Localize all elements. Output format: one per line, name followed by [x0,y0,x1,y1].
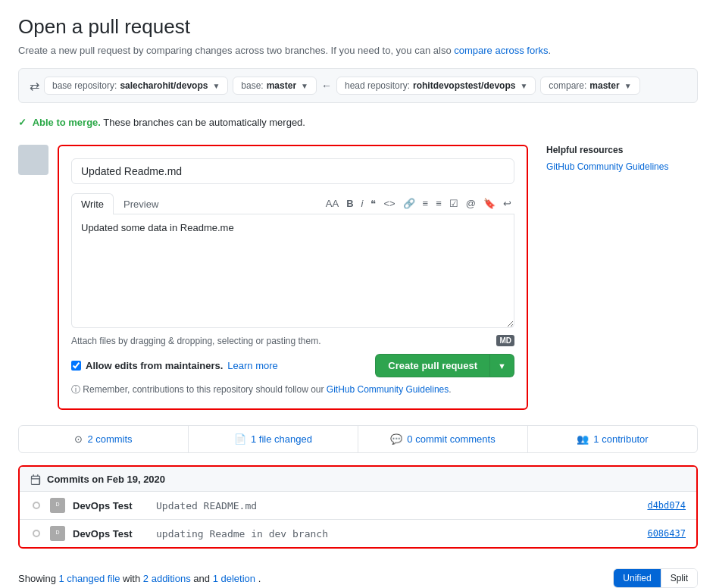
contributors-link[interactable]: 1 contributor [593,433,648,445]
toolbar-heading-icon[interactable]: AA [326,198,339,209]
compare-icon: ⇄ [30,79,39,93]
avatar: D [50,526,65,541]
view-toggle: Unified Split [613,568,698,588]
commits-section: Commits on Feb 19, 2020 D DevOps Test Up… [18,465,698,549]
arrow-left-icon: ← [321,80,332,92]
pr-body-tabs: Write Preview AA B i ❝ <> 🔗 ≡ ≡ ☑ @ 🔖 [71,193,514,214]
create-pr-dropdown-button[interactable]: ▼ [489,354,514,377]
learn-more-link[interactable]: Learn more [227,360,277,371]
svg-text:D: D [55,530,59,535]
files-link[interactable]: 1 file changed [251,433,312,445]
commit-author: DevOps Test [73,500,149,511]
tab-preview[interactable]: Preview [114,193,168,214]
toolbar-task-icon[interactable]: ☑ [449,198,458,209]
stat-files[interactable]: 📄 1 file changed [189,426,358,452]
avatar: D [50,498,65,513]
toolbar-ol-icon[interactable]: ≡ [436,198,442,209]
commit-timeline [30,530,42,537]
file-changes-text: Showing 1 changed file with 2 additions … [18,573,261,584]
create-pr-button[interactable]: Create pull request [375,354,489,377]
compare-branch-button[interactable]: compare: master ▼ [540,77,639,95]
maintainers-label[interactable]: Allow edits from maintainers. Learn more [71,360,278,371]
comments-link[interactable]: 0 commit comments [407,433,495,445]
commits-icon: ⊙ [74,433,83,445]
commit-dot [33,502,40,509]
attach-hint: Attach files by dragging & dropping, sel… [71,330,514,346]
table-row: D DevOps Test Updated README.md d4bd074 [20,492,696,520]
base-branch-caret: ▼ [301,82,308,90]
tab-write[interactable]: Write [71,193,114,214]
contributors-icon: 👥 [577,433,589,445]
pr-body-textarea[interactable]: Updated some data in Readme.me [71,214,514,328]
base-repo-caret: ▼ [212,82,220,90]
merge-checkmark: ✓ [18,117,27,128]
base-repo-button[interactable]: base repository: salecharohit/devops ▼ [44,77,228,95]
pr-form: Write Preview AA B i ❝ <> 🔗 ≡ ≡ ☑ @ 🔖 [58,145,528,410]
commits-date: Commits on Feb 19, 2020 [47,474,165,485]
toolbar-quote-icon[interactable]: ❝ [371,198,376,209]
head-repo-button[interactable]: head repository: rohitdevopstest/devops … [336,77,536,95]
view-unified-button[interactable]: Unified [614,569,661,587]
create-pr-button-group: Create pull request ▼ [375,354,514,377]
page-title: Open a pull request [18,15,698,39]
commit-hash-link[interactable]: d4bd074 [647,500,686,511]
community-guidelines-link[interactable]: GitHub Community Guidelines [327,384,449,395]
toolbar-bold-icon[interactable]: B [346,198,353,209]
deletions-link[interactable]: 1 deletion [213,573,255,584]
commit-message: updating Readme in dev branch [156,528,639,540]
commit-message: Updated README.md [156,500,639,511]
toolbar-ref-icon[interactable]: 🔖 [483,198,496,209]
stat-commits[interactable]: ⊙ 2 commits [19,426,189,452]
merge-rest-text: These branches can be automatically merg… [103,117,305,128]
stat-contributors[interactable]: 👥 1 contributor [528,426,697,452]
commits-header: Commits on Feb 19, 2020 [20,467,696,492]
head-repo-caret: ▼ [520,82,527,90]
compare-branch-caret: ▼ [624,82,632,90]
table-row: D DevOps Test updating Readme in dev bra… [20,520,696,547]
pr-form-area: Write Preview AA B i ❝ <> 🔗 ≡ ≡ ☑ @ 🔖 [18,145,528,410]
file-changes-suffix: . [258,573,261,584]
additions-link[interactable]: 2 additions [143,573,191,584]
maintainers-checkbox[interactable] [71,361,81,371]
commit-hash-link[interactable]: 6086437 [647,528,686,539]
commit-timeline [30,502,42,509]
maintainers-row: Allow edits from maintainers. Learn more… [71,354,514,377]
file-changes-and: and [193,573,210,584]
main-area: Write Preview AA B i ❝ <> 🔗 ≡ ≡ ☑ @ 🔖 [18,145,698,410]
toolbar-ul-icon[interactable]: ≡ [423,198,429,209]
file-changes-middle: with [123,573,140,584]
toolbar-code-icon[interactable]: <> [383,198,395,209]
avatar [18,145,48,175]
svg-text:D: D [55,502,59,507]
stats-bar: ⊙ 2 commits 📄 1 file changed 💬 0 commit … [18,425,698,453]
changed-file-link[interactable]: 1 changed file [59,573,120,584]
toolbar-italic-icon[interactable]: i [361,198,364,209]
merge-status: ✓ Able to merge. These branches can be a… [18,112,698,133]
file-changes-prefix: Showing [18,573,56,584]
sidebar: Helpful resources GitHub Community Guide… [546,145,698,410]
community-note: ⓘ Remember, contributions to this reposi… [71,383,514,396]
toolbar-reply-icon[interactable]: ↩ [503,198,511,209]
calendar-icon [30,473,41,485]
comments-icon: 💬 [390,433,402,445]
commit-dot [33,530,40,537]
commits-link[interactable]: 2 commits [87,433,132,445]
compare-forks-link[interactable]: compare across forks [454,45,548,56]
sidebar-title: Helpful resources [546,145,698,155]
sidebar-community-link[interactable]: GitHub Community Guidelines [546,161,698,172]
page-subtitle: Create a new pull request by comparing c… [18,45,698,56]
md-icon: MD [496,335,514,346]
stat-comments[interactable]: 💬 0 commit comments [358,426,528,452]
merge-able-text: Able to merge. [33,117,101,128]
branch-bar: ⇄ base repository: salecharohit/devops ▼… [18,68,698,103]
pr-toolbar: AA B i ❝ <> 🔗 ≡ ≡ ☑ @ 🔖 ↩ [326,198,514,209]
base-branch-button[interactable]: base: master ▼ [233,77,317,95]
file-changes-bar: Showing 1 changed file with 2 additions … [18,561,698,588]
view-split-button[interactable]: Split [661,569,697,587]
pr-title-input[interactable] [71,158,514,184]
files-icon: 📄 [234,433,246,445]
toolbar-mention-icon[interactable]: @ [466,198,476,209]
toolbar-link-icon[interactable]: 🔗 [403,198,415,209]
commit-author: DevOps Test [73,528,149,540]
